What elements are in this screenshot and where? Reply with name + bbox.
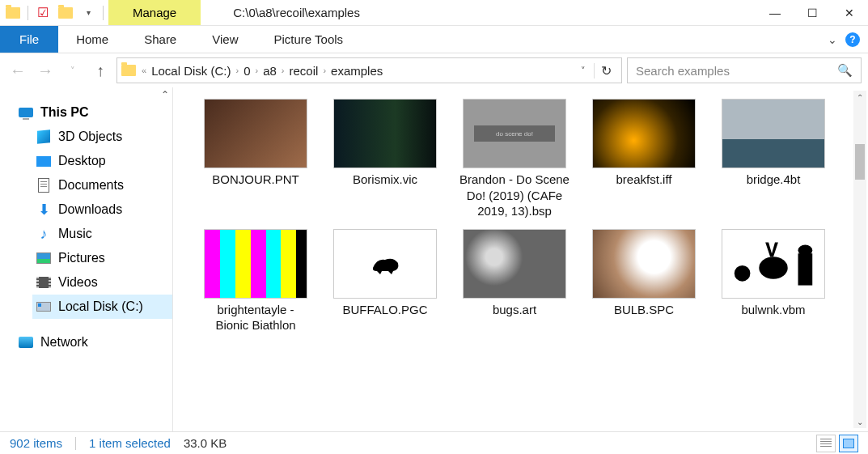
search-input[interactable]: Search examples 🔍 [627,57,862,83]
svg-rect-2 [798,253,813,285]
file-name: BONJOUR.PNT [212,172,299,188]
tree-item-local-disk-c-[interactable]: Local Disk (C:) [32,295,172,319]
tree-label: Music [58,227,92,241]
tab-share[interactable]: Share [126,26,194,53]
forward-button[interactable]: → [34,59,57,82]
tree-label: Desktop [58,154,106,168]
file-item[interactable]: BUFFALO.PGC [328,229,442,333]
scrollbar-thumb[interactable] [855,144,865,180]
pc-icon [18,105,34,120]
thumbnail-image [592,99,696,168]
file-item[interactable]: bridge.4bt [717,99,830,219]
breadcrumb-segment[interactable]: recoil [285,64,324,78]
tree-item-documents[interactable]: Documents [32,173,172,197]
address-history-icon[interactable]: ˅ [576,66,591,76]
breadcrumb-segment[interactable]: 0 [239,64,255,78]
breadcrumb-segment[interactable]: Local Disk (C:) [146,64,235,78]
scrollbar-vertical[interactable]: ⌃ ⌄ [853,91,866,428]
thumbnail-image [592,229,696,299]
file-item[interactable]: breakfst.iff [587,99,701,219]
desk-glyph-icon [36,154,52,168]
back-button[interactable]: ← [6,59,29,82]
file-name: BULB.SPC [614,302,674,318]
thumbnail-image [204,99,307,168]
properties-icon[interactable]: ☑ [35,5,51,21]
thumbnails-view-button[interactable] [839,435,858,452]
file-item[interactable]: BONJOUR.PNT [199,99,312,219]
tree-label: This PC [40,105,89,120]
tree-item-pictures[interactable]: Pictures [32,246,172,270]
expand-ribbon-icon[interactable]: ⌄ [828,33,837,46]
window-controls: — ☐ ✕ [756,0,868,25]
status-selection: 1 item selected [89,436,171,450]
doc-glyph-icon [36,178,52,193]
thumbnail-image: do scene do! [463,99,566,168]
title-bar: ☑ ▾ Manage C:\0\a8\recoil\examples — ☐ ✕ [0,0,868,26]
status-bar: 902 items 1 item selected 33.0 KB [0,431,868,454]
file-name: bugs.art [493,302,536,318]
search-placeholder: Search examples [636,64,837,78]
file-name: Brandon - Do Scene Do! (2019) (CAFe 2019… [458,172,571,219]
help-button[interactable]: ? [845,32,860,47]
minimize-button[interactable]: — [756,0,794,25]
breadcrumb-segment[interactable]: examples [326,64,387,78]
vid-glyph-icon [36,275,52,290]
tree-item-videos[interactable]: Videos [32,270,172,295]
separator [28,6,28,20]
contextual-tab-manage[interactable]: Manage [108,0,201,25]
qat-customize-icon[interactable]: ▾ [80,5,96,21]
search-icon[interactable]: 🔍 [837,63,853,78]
folder-icon [121,62,137,78]
file-item[interactable]: do scene do!Brandon - Do Scene Do! (2019… [458,99,571,219]
file-name: breakfst.iff [616,172,672,188]
separator [75,437,76,450]
file-list[interactable]: BONJOUR.PNTBorismix.vicdo scene do!Brand… [173,87,868,431]
scroll-up-icon[interactable]: ⌃ [161,89,169,100]
network-icon [18,335,34,350]
tree-item-3d-objects[interactable]: 3D Objects [32,125,172,149]
tree-this-pc[interactable]: This PC [15,100,172,125]
tab-home[interactable]: Home [58,26,126,53]
details-view-button[interactable] [816,435,836,452]
dl-glyph-icon: ⬇ [36,202,52,217]
address-bar[interactable]: « Local Disk (C:) › 0 › a8 › recoil › ex… [116,57,622,83]
tree-item-music[interactable]: ♪Music [32,222,172,246]
file-item[interactable]: BULB.SPC [587,229,701,333]
scroll-up-icon[interactable]: ⌃ [853,91,866,104]
refresh-button[interactable]: ↻ [594,63,618,78]
close-button[interactable]: ✕ [831,0,868,25]
music-glyph-icon: ♪ [36,227,52,241]
cube3d-icon [36,129,52,144]
svg-point-0 [735,265,751,281]
tree-item-downloads[interactable]: ⬇Downloads [32,197,172,222]
thumbnail-image [722,99,825,168]
tree-label: Local Disk (C:) [58,299,143,314]
file-name: brightentayle - Bionic Biathlon [199,302,312,333]
scroll-down-icon[interactable]: ⌄ [853,415,866,428]
tree-label: Pictures [58,251,105,265]
separator [103,6,104,20]
maximize-button[interactable]: ☐ [794,0,831,25]
new-folder-icon[interactable] [57,5,74,21]
tree-label: Documents [58,178,124,193]
status-item-count: 902 items [10,436,62,450]
status-size: 33.0 KB [184,436,227,450]
up-button[interactable]: ↑ [89,59,112,82]
tree-label: Videos [58,275,98,290]
tab-view[interactable]: View [194,26,256,53]
file-menu[interactable]: File [0,26,58,53]
file-name: Borismix.vic [353,172,417,188]
file-item[interactable]: brightentayle - Bionic Biathlon [199,229,312,333]
quick-access-toolbar: ☑ ▾ [0,0,108,25]
file-item[interactable]: bulwnk.vbm [717,229,830,333]
recent-locations-icon[interactable]: ˅ [61,59,84,82]
tree-network[interactable]: Network [15,330,172,354]
tree-item-desktop[interactable]: Desktop [32,149,172,173]
tree-label: Downloads [58,202,122,217]
tab-picture-tools[interactable]: Picture Tools [256,26,361,53]
breadcrumb-segment[interactable]: a8 [258,64,282,78]
ribbon-tabs: File Home Share View Picture Tools ⌄ ? [0,26,868,53]
window-title: C:\0\a8\recoil\examples [201,0,756,25]
file-item[interactable]: bugs.art [458,229,571,333]
file-item[interactable]: Borismix.vic [328,99,442,219]
